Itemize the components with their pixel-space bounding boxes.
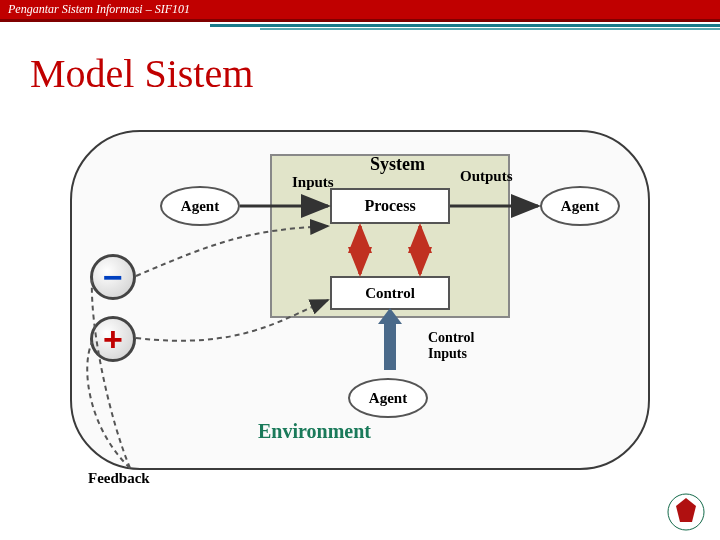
control-box: Control (330, 276, 450, 310)
minus-feedback-icon: − (90, 254, 136, 300)
environment-label: Environment (258, 420, 371, 443)
outputs-label: Outputs (460, 168, 513, 185)
feedback-label: Feedback (88, 470, 150, 487)
system-model-diagram: System Inputs Outputs Process Control Ag… (70, 130, 650, 510)
university-logo (666, 492, 706, 532)
agent-left: Agent (160, 186, 240, 226)
inputs-label: Inputs (292, 174, 334, 191)
slide-title: Model Sistem (0, 32, 720, 107)
process-box: Process (330, 188, 450, 224)
system-label: System (370, 154, 425, 175)
control-inputs-label: Control Inputs (428, 330, 474, 362)
agent-right: Agent (540, 186, 620, 226)
plus-feedback-icon: + (90, 316, 136, 362)
accent-lines (0, 22, 720, 32)
course-header: Pengantar Sistem Informasi – SIF101 (0, 0, 720, 22)
agent-bottom: Agent (348, 378, 428, 418)
